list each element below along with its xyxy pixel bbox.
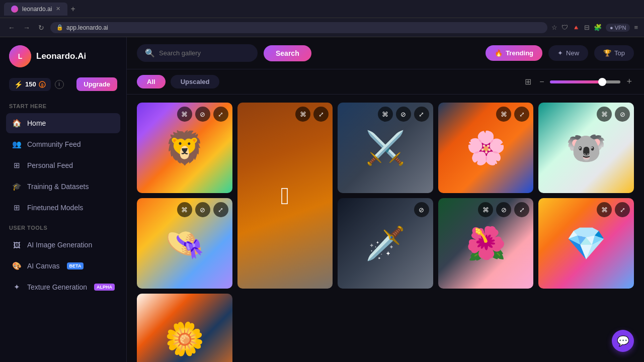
gallery-item-8[interactable]: 🌺 ⌘ ⊘ ⤢: [438, 198, 534, 289]
gallery-item-3[interactable]: ⚔️ ⌘ ⊘ ⤢: [338, 103, 433, 193]
item-action-6a[interactable]: ⌘: [177, 202, 192, 217]
zoom-in-btn[interactable]: +: [624, 74, 634, 89]
item-expand-2[interactable]: ⤢: [313, 107, 329, 122]
credits-row: ⚡ 150 ₿ i Upgrade: [6, 77, 120, 91]
tab-bar: leonardo.ai ✕ +: [0, 0, 644, 18]
item-expand-8[interactable]: ⤢: [514, 202, 529, 217]
vpn-badge: ● VPN: [606, 24, 630, 32]
sidebar-item-training[interactable]: 🎓 Training & Datasets: [6, 176, 120, 197]
gallery-item-1[interactable]: 🦁 ⌘ ⊘ ⤢: [137, 103, 232, 193]
item-expand-1[interactable]: ⤢: [213, 107, 228, 122]
sidebar-item-finetuned[interactable]: ⊞ Finetuned Models: [6, 198, 120, 218]
item-expand-4[interactable]: ⤢: [514, 107, 529, 122]
sidebar-item-home[interactable]: 🏠 Home: [6, 113, 120, 133]
info-icon[interactable]: i: [55, 80, 64, 89]
upgrade-button[interactable]: Upgrade: [76, 77, 117, 91]
item-action-3b[interactable]: ⊘: [396, 107, 411, 122]
item-action-1b[interactable]: ⊘: [195, 107, 210, 122]
sidebar-item-personal-feed[interactable]: ⊞ Personal Feed: [6, 155, 120, 175]
texture-icon: ✦: [11, 282, 22, 293]
gallery-item-2[interactable]: 𓂀 ⌘ ⤢: [237, 103, 333, 289]
address-bar[interactable]: 🔒 app.leonardo.ai: [50, 22, 547, 33]
item-action-8b[interactable]: ⊘: [496, 202, 511, 217]
all-filter-btn[interactable]: All: [137, 75, 166, 88]
sidebar: L Leonardo.Ai ⚡ 150 ₿ i Upgrade Start He…: [0, 37, 127, 362]
zoom-out-btn[interactable]: −: [537, 75, 546, 88]
item-expand-6[interactable]: ⤢: [213, 202, 228, 217]
home-label: Home: [27, 119, 46, 127]
item-overlay-6: ⌘ ⊘ ⤢: [177, 202, 228, 217]
credits-symbol-icon: ₿: [39, 81, 46, 88]
back-btn[interactable]: ←: [6, 22, 17, 34]
top-bar: 🔍 Search 🔥 Trending ✦ New 🏆 Top: [127, 37, 644, 69]
upscaled-filter-btn[interactable]: Upscaled: [171, 75, 220, 88]
top-icon: 🏆: [603, 49, 611, 57]
slider-thumb[interactable]: [598, 78, 606, 86]
ai-image-icon: 🖼: [11, 239, 22, 250]
item-overlay-4: ⌘ ⤢: [496, 107, 529, 122]
logo-avatar: L: [9, 45, 31, 67]
main-content: 🔍 Search 🔥 Trending ✦ New 🏆 Top All Upsc…: [127, 37, 644, 362]
item-action-5b[interactable]: ⊘: [615, 107, 630, 122]
item-action-2a[interactable]: ⌘: [295, 107, 310, 122]
new-button[interactable]: ✦ New: [548, 45, 588, 61]
gallery-grid: 🦁 ⌘ ⊘ ⤢ 𓂀 ⌘ ⤢ ⚔️: [137, 103, 634, 362]
item-expand-9[interactable]: ⤢: [615, 202, 630, 217]
bookmark-icon[interactable]: ☆: [551, 24, 557, 31]
item-action-3a[interactable]: ⌘: [378, 107, 393, 122]
layout-icon[interactable]: ⊟: [584, 24, 590, 31]
gallery-image-10: 🌼: [137, 294, 232, 362]
item-action-8a[interactable]: ⌘: [478, 202, 493, 217]
ai-canvas-label: AI Canvas: [27, 262, 60, 270]
gallery-item-6[interactable]: 👒 ⌘ ⊘ ⤢: [137, 198, 232, 289]
tab-close-btn[interactable]: ✕: [56, 6, 60, 12]
menu-icon[interactable]: ≡: [634, 24, 638, 31]
item-overlay-3: ⌘ ⊘ ⤢: [378, 107, 429, 122]
home-icon: 🏠: [11, 118, 22, 129]
training-label: Training & Datasets: [27, 183, 89, 191]
ai-image-label: AI Image Generation: [27, 241, 92, 249]
extensions-icon[interactable]: 🧩: [594, 24, 602, 31]
top-button[interactable]: 🏆 Top: [594, 45, 634, 61]
item-action-5a[interactable]: ⌘: [597, 107, 612, 122]
chat-button[interactable]: 💬: [612, 330, 634, 352]
new-label: New: [566, 49, 579, 57]
user-tools-label: User Tools: [6, 225, 120, 231]
item-action-1a[interactable]: ⌘: [177, 107, 192, 122]
active-tab[interactable]: leonardo.ai ✕: [4, 3, 67, 16]
item-expand-3[interactable]: ⤢: [414, 107, 429, 122]
gallery-item-7[interactable]: 🗡️ ⊘: [338, 198, 433, 289]
grid-view-btn[interactable]: ⊞: [523, 75, 533, 88]
app-container: L Leonardo.Ai ⚡ 150 ₿ i Upgrade Start He…: [0, 37, 644, 362]
gallery-area: 🦁 ⌘ ⊘ ⤢ 𓂀 ⌘ ⤢ ⚔️: [127, 95, 644, 362]
sidebar-item-texture[interactable]: ✦ Texture Generation ALPHA: [6, 277, 120, 297]
search-input[interactable]: [159, 49, 234, 57]
forward-btn[interactable]: →: [21, 22, 32, 34]
gallery-item-4[interactable]: 🌸 ⌘ ⤢: [438, 103, 534, 193]
item-action-6b[interactable]: ⊘: [195, 202, 210, 217]
sidebar-item-ai-image[interactable]: 🖼 AI Image Generation: [6, 235, 120, 255]
new-tab-btn[interactable]: +: [70, 5, 75, 14]
item-action-7a[interactable]: ⊘: [414, 202, 429, 217]
sidebar-item-community-feed[interactable]: 👥 Community Feed: [6, 134, 120, 154]
sidebar-item-ai-canvas[interactable]: 🎨 AI Canvas BETA: [6, 256, 120, 276]
refresh-btn[interactable]: ↻: [36, 22, 46, 34]
community-icon: 👥: [11, 139, 22, 150]
search-button[interactable]: Search: [264, 45, 311, 61]
url-text: app.leonardo.ai: [66, 24, 108, 31]
item-action-4a[interactable]: ⌘: [496, 107, 511, 122]
item-overlay-8: ⌘ ⊘ ⤢: [478, 202, 529, 217]
beta-badge: BETA: [67, 262, 84, 269]
gallery-item-9[interactable]: 💎 ⌘ ⤢: [538, 198, 634, 289]
logo-area: L Leonardo.Ai: [6, 45, 120, 67]
item-action-9a[interactable]: ⌘: [597, 202, 612, 217]
training-icon: 🎓: [11, 181, 22, 192]
item-overlay-2: ⌘ ⤢: [295, 107, 329, 122]
search-box: 🔍: [137, 44, 258, 62]
gallery-image-2: 𓂀: [237, 103, 333, 289]
trending-label: Trending: [506, 49, 533, 57]
gallery-item-5[interactable]: 🐨 ⌘ ⊘: [538, 103, 634, 193]
trending-button[interactable]: 🔥 Trending: [486, 45, 542, 61]
gallery-item-10[interactable]: 🌼: [137, 294, 232, 362]
zoom-slider[interactable]: [550, 80, 620, 83]
